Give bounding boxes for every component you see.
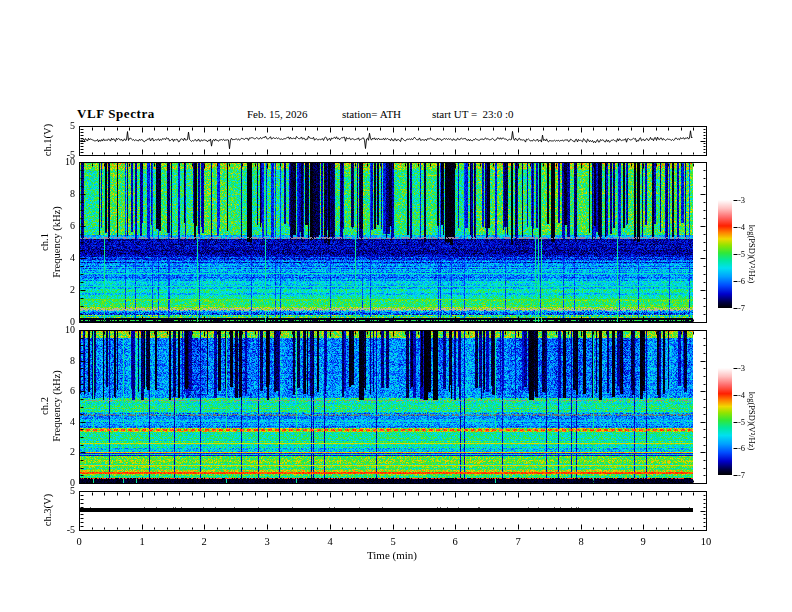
y-tick-label: 8	[49, 188, 75, 200]
colorbar-tick-label: -4	[738, 222, 745, 232]
colorbar-tick-label: -4	[738, 390, 745, 400]
y-tick-label: 6	[49, 385, 75, 397]
x-tick-label: 0	[67, 536, 91, 548]
x-tick-label: 8	[569, 536, 593, 548]
colorbar-ch2	[718, 368, 732, 475]
colorbar-tick-label: -5	[738, 249, 745, 259]
x-axis-title: Time (min)	[342, 549, 442, 561]
x-tick-label: 6	[443, 536, 467, 548]
colorbar-tick-label: -7	[738, 303, 745, 313]
colorbar2-axis-label: log(PSD)(V²/Hz)	[747, 392, 757, 451]
colorbar1-axis-label: log(PSD)(V²/Hz)	[747, 225, 757, 284]
y-tick-label: 10	[49, 156, 75, 168]
x-tick-label: 3	[255, 536, 279, 548]
y-tick-label: 2	[49, 284, 75, 296]
y-tick-label: 8	[49, 355, 75, 367]
x-tick-label: 1	[130, 536, 154, 548]
ch1-channel-label: ch.1	[39, 233, 50, 251]
ch2-frequency-axis-label: Frequency (kHz)	[51, 370, 62, 441]
y-tick-label: 4	[49, 416, 75, 428]
ch2-channel-label: ch.2	[39, 397, 50, 415]
y-tick-label: 10	[49, 324, 75, 336]
x-tick-label: 10	[694, 536, 718, 548]
x-tick-label: 4	[318, 536, 342, 548]
ch1-frequency-axis-label: Frequency (kHz)	[51, 206, 62, 277]
colorbar-tick-label: -6	[738, 276, 745, 286]
colorbar-ch1	[718, 200, 732, 308]
y-tick-label: -5	[49, 524, 75, 536]
y-tick-label: 4	[49, 252, 75, 264]
x-tick-label: 7	[506, 536, 530, 548]
y-tick-label: 6	[49, 220, 75, 232]
axes-frame-ticks	[0, 0, 792, 612]
ch3-voltage-axis-label: ch.3(V)	[42, 494, 53, 526]
x-tick-label: 5	[381, 536, 405, 548]
colorbar-tick-label: -7	[738, 470, 745, 480]
colorbar-tick-label: -5	[738, 417, 745, 427]
y-tick-label: 2	[49, 446, 75, 458]
colorbar-tick-label: -3	[738, 363, 745, 373]
y-tick-label: 5	[49, 120, 75, 132]
vlf-spectra-figure: VLF Spectra Feb. 15, 2026 station= ATH s…	[0, 0, 792, 612]
x-tick-label: 9	[631, 536, 655, 548]
colorbar-tick-label: -6	[738, 443, 745, 453]
y-tick-label: 5	[49, 485, 75, 497]
colorbar-tick-label: -3	[738, 195, 745, 205]
x-tick-label: 2	[192, 536, 216, 548]
